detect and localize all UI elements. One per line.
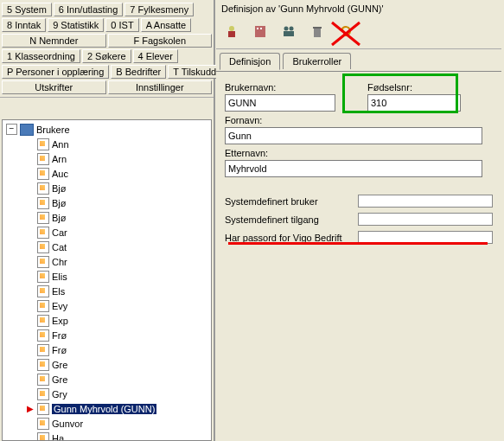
input-etternavn[interactable] — [225, 160, 482, 177]
tree-item-label: Cat — [52, 242, 67, 252]
tree-item[interactable]: Chr — [6, 254, 211, 269]
menu-ist[interactable]: 0 IST — [105, 18, 138, 32]
tree-item-label: Exp — [52, 316, 68, 326]
tree-item[interactable]: Car — [6, 225, 211, 240]
document-icon — [37, 403, 49, 415]
tree-item[interactable]: Elis) — [6, 269, 211, 284]
menu-elever[interactable]: 4 Elever — [133, 49, 178, 63]
tree-item[interactable]: BjøJJOH) — [6, 210, 211, 225]
svg-rect-9 — [313, 27, 322, 29]
tree-item[interactable]: Ann(______) — [6, 137, 211, 151]
tree-item[interactable]: Gry(______) — [6, 387, 211, 401]
tree-item[interactable]: HaHA) — [6, 431, 211, 441]
menu-klasseordning[interactable]: 1 Klasseordning — [2, 49, 80, 63]
menu-tilskudd[interactable]: T Tilskudd — [168, 65, 221, 79]
tree-item[interactable]: Arn — [6, 151, 211, 166]
svg-point-5 — [284, 27, 289, 31]
input-brukernavn[interactable] — [225, 94, 335, 112]
tree-item-label: Gunvor(______) — [52, 419, 121, 429]
menu-inntak[interactable]: 8 Inntak — [2, 18, 46, 32]
document-icon — [37, 182, 49, 195]
checkbox-sysbruker[interactable] — [358, 195, 493, 208]
document-icon — [37, 374, 49, 386]
tree-item[interactable]: Gre — [6, 372, 211, 387]
menu-ansatte[interactable]: A Ansatte — [141, 18, 191, 32]
menu-statistikk[interactable]: 9 Statistikk — [48, 18, 104, 32]
document-icon — [37, 256, 49, 268]
menu-nemnder[interactable]: N Nemnder — [2, 34, 106, 48]
menu-utskrifter[interactable]: Utskrifter — [2, 80, 106, 94]
tab-brukerroller[interactable]: Brukerroller — [283, 53, 351, 69]
document-icon — [37, 418, 49, 430]
tree-item[interactable]: Cat — [6, 240, 211, 254]
tool-trash-icon[interactable] — [307, 21, 328, 42]
tab-definisjon[interactable]: Definisjon — [220, 53, 280, 70]
user-tree[interactable]: − Brukere Ann(______)ArnAucR)BjøBjøBjøJJ… — [2, 119, 212, 441]
svg-point-6 — [290, 27, 294, 31]
menu-system[interactable]: 5 System — [2, 3, 52, 16]
svg-rect-2 — [255, 26, 265, 37]
menu-fagskolen[interactable]: F Fagskolen — [108, 34, 213, 48]
checkbox-systilgang[interactable] — [358, 213, 493, 226]
tool-building-icon[interactable] — [250, 21, 271, 42]
label-fodselsnr: Fødselsnr: — [367, 82, 493, 93]
tree-item-label: Bjø — [52, 183, 67, 194]
document-icon — [37, 197, 49, 209]
tree-item-label: BjøJJOH) — [52, 213, 93, 223]
svg-rect-4 — [260, 28, 262, 29]
document-icon — [37, 227, 49, 239]
document-icon — [37, 138, 49, 150]
tool-people-icon[interactable] — [278, 21, 299, 42]
input-fodselsnr[interactable] — [367, 94, 461, 112]
label-sysbruker: Systemdefinert bruker — [225, 196, 358, 207]
tree-item-label: Gre — [52, 374, 67, 385]
tree-item[interactable]: Gre — [6, 357, 211, 372]
tabs: Definisjon Brukerroller — [216, 49, 501, 72]
svg-rect-3 — [257, 28, 258, 29]
document-icon — [37, 153, 49, 165]
tree-item-label: Frø — [52, 330, 67, 341]
tree-item-label: Chr — [52, 257, 67, 267]
document-icon — [37, 359, 49, 371]
menu-innstillinger[interactable]: Innstillinger — [108, 80, 213, 94]
document-icon — [37, 212, 49, 224]
tree-item[interactable]: FrøHAN) — [6, 342, 211, 357]
tree-item[interactable]: Frø — [6, 328, 211, 342]
label-systilgang: Systemdefinert tilgang — [225, 214, 358, 225]
tree-item[interactable]: Exp — [6, 313, 211, 328]
menu-sokere[interactable]: 2 Søkere — [82, 49, 131, 63]
input-fornavn[interactable] — [225, 127, 482, 144]
checkbox-passord[interactable] — [358, 231, 493, 244]
tree-item-label: Arn — [52, 154, 67, 164]
tree-item[interactable]: Evy — [6, 298, 211, 313]
tree-item-label: Elis) — [52, 272, 70, 282]
svg-rect-7 — [284, 31, 294, 36]
tree-item-label: Car — [52, 227, 67, 238]
tool-person-icon[interactable] — [221, 21, 242, 42]
tree-item[interactable]: Els — [6, 284, 211, 298]
tree-item[interactable]: ▶Gunn Myhrvold (GUNN) — [6, 401, 211, 416]
tree-root-node[interactable]: − Brukere — [6, 122, 211, 137]
svg-point-0 — [229, 26, 234, 31]
menu-bedrifter[interactable]: B Bedrifter — [111, 65, 166, 79]
menu-fylkesmeny[interactable]: 7 Fylkesmeny — [124, 3, 194, 16]
svg-rect-1 — [228, 31, 235, 37]
label-passord: Har passord for Vigo Bedrift — [225, 233, 358, 243]
collapse-icon[interactable]: − — [6, 124, 17, 135]
form: Brukernavn: Fødselsnr: Fornavn: Etternav… — [216, 72, 501, 256]
menu-inn-utlasting[interactable]: 6 Inn/utlasting — [54, 3, 124, 16]
label-etternavn: Etternavn: — [225, 148, 493, 158]
tree-item[interactable]: Bjø — [6, 181, 211, 195]
label-brukernavn: Brukernavn: — [225, 82, 350, 93]
toolbar — [216, 17, 501, 49]
tool-refresh-icon[interactable] — [335, 21, 356, 42]
tree-item[interactable]: Bjø — [6, 195, 211, 210]
document-icon — [37, 271, 49, 283]
tree-item-label: HaHA) — [52, 433, 80, 442]
menu-personer[interactable]: P Personer i opplæring — [2, 65, 109, 79]
tree-item[interactable]: AucR) — [6, 166, 211, 181]
tree-item[interactable]: Gunvor(______) — [6, 416, 211, 431]
folder-icon — [20, 124, 34, 136]
tree-item-label: Gry(______) — [52, 389, 105, 399]
panel-title: Definisjon av 'Gunn Myhrvold (GUNN)' — [216, 0, 501, 17]
